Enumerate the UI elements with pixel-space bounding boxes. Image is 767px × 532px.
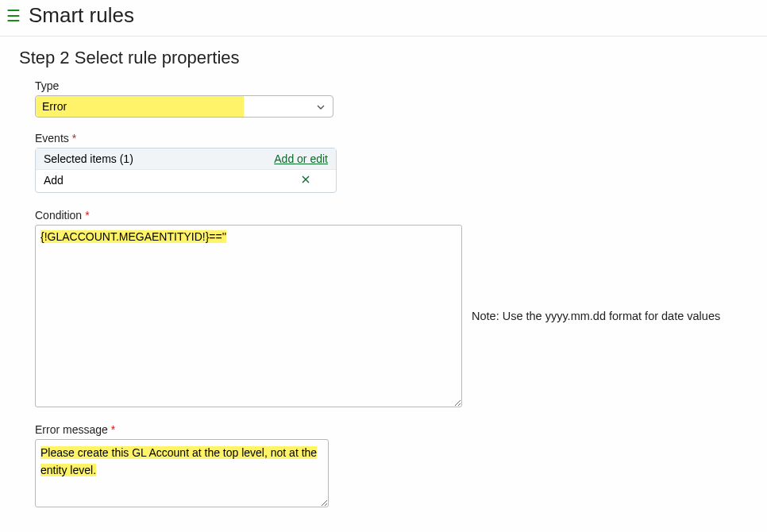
condition-block: {!GLACCOUNT.MEGAENTITYID!}=='' Note: Use… [35,225,767,407]
events-box: Selected items (1) Add or edit Add [35,148,337,193]
condition-label-text: Condition [35,209,82,222]
events-label-text: Events [35,132,69,145]
events-item-name: Add [44,174,64,187]
required-marker: * [72,132,76,145]
page-header: ☰ Smart rules [0,0,767,37]
form-area: Type Error Events* Selected items (1) Ad… [19,79,767,507]
events-add-edit-link[interactable]: Add or edit [274,152,328,165]
type-select[interactable]: Error [35,95,333,118]
events-selected-count: Selected items (1) [44,152,133,165]
type-label: Type [35,79,767,92]
error-message-label-text: Error message [35,423,108,436]
main-panel: Step 2 Select rule properties Type Error… [0,37,767,507]
type-select-value: Error [36,96,244,117]
events-header: Selected items (1) Add or edit [36,148,336,170]
error-message-label: Error message* [35,423,767,436]
condition-value: {!GLACCOUNT.MEGAENTITYID!}=='' [40,230,226,243]
chevron-down-icon [317,102,325,111]
events-item-remove-button[interactable] [301,174,328,187]
page-title: Smart rules [29,3,134,28]
events-item-row: Add [36,170,336,192]
required-marker: * [111,423,115,436]
step-title: Step 2 Select rule properties [19,48,767,68]
required-marker: * [85,209,89,222]
error-message-textarea[interactable]: Please create this GL Account at the top… [35,439,329,507]
events-label: Events* [35,132,767,145]
error-message-value: Please create this GL Account at the top… [40,446,317,476]
condition-textarea[interactable]: {!GLACCOUNT.MEGAENTITYID!}=='' [35,225,462,407]
condition-note: Note: Use the yyyy.mm.dd format for date… [472,310,720,322]
condition-label: Condition* [35,209,767,222]
list-icon[interactable]: ☰ [6,8,21,24]
